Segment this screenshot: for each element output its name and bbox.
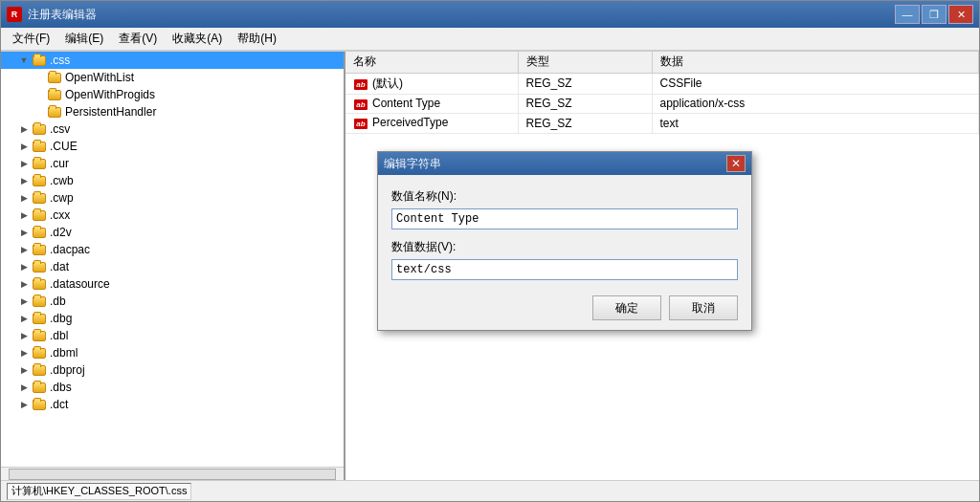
modal-overlay: 编辑字符串 ✕ 数值名称(N): 数值数据(V): 确定 取消	[0, 0, 980, 502]
name-input[interactable]	[391, 208, 738, 229]
ok-button[interactable]: 确定	[592, 295, 661, 320]
data-input[interactable]	[391, 259, 738, 280]
dialog-body: 数值名称(N): 数值数据(V): 确定 取消	[378, 175, 751, 330]
dialog-title-bar: 编辑字符串 ✕	[378, 152, 751, 175]
edit-string-dialog: 编辑字符串 ✕ 数值名称(N): 数值数据(V): 确定 取消	[377, 151, 752, 331]
cancel-button[interactable]: 取消	[669, 295, 738, 320]
dialog-buttons: 确定 取消	[391, 295, 738, 320]
dialog-close-button[interactable]: ✕	[726, 155, 746, 172]
data-label: 数值数据(V):	[391, 239, 738, 255]
name-label: 数值名称(N):	[391, 188, 738, 205]
dialog-title-text: 编辑字符串	[384, 156, 726, 172]
